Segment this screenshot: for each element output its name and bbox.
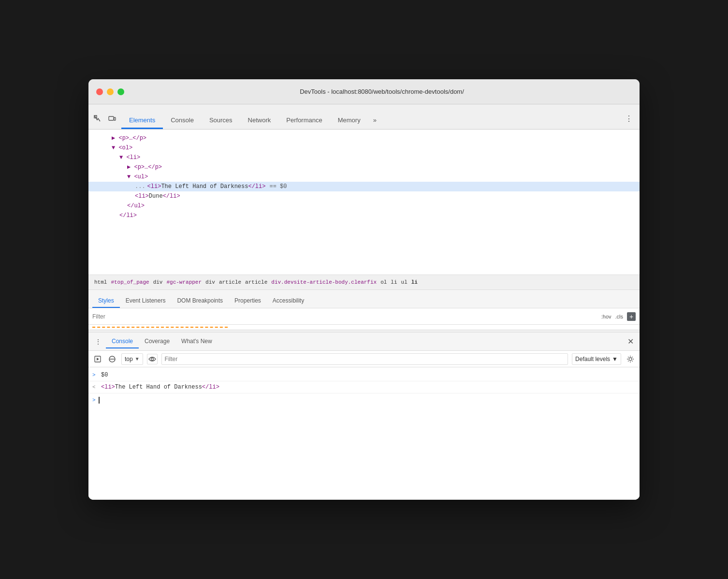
devtools-menu-icon[interactable]: ⋮ — [622, 113, 636, 124]
tab-more[interactable]: » — [368, 113, 381, 129]
breadcrumb-item-div1[interactable]: div — [151, 278, 165, 286]
style-preview-area — [88, 325, 640, 330]
svg-point-7 — [629, 358, 632, 361]
toolbar-icons — [92, 114, 117, 129]
breadcrumb-item-li2[interactable]: li — [409, 278, 420, 286]
dom-line[interactable]: ▼ <ul> — [88, 172, 640, 182]
maximize-button[interactable] — [117, 88, 124, 95]
context-dropdown-arrow: ▼ — [135, 356, 140, 362]
hov-button[interactable]: :hov — [601, 314, 612, 319]
context-value: top — [125, 356, 133, 362]
console-entry-output[interactable]: < <li>The Left Hand of Darkness</li> — [88, 381, 640, 393]
console-settings-button[interactable] — [625, 354, 636, 364]
breadcrumb-item-top_of_page[interactable]: #top_of_page — [109, 278, 151, 286]
tab-event-listeners[interactable]: Event Listeners — [120, 294, 172, 308]
styles-filter-input[interactable] — [92, 313, 601, 320]
console-toolbar: top ▼ Default levels ▼ — [88, 351, 640, 367]
dom-line[interactable]: ▼ <ol> — [88, 143, 640, 153]
console-input-text: $0 — [101, 370, 108, 380]
breadcrumb-item-html[interactable]: html — [92, 278, 109, 286]
breadcrumb-item-div2[interactable]: div — [204, 278, 217, 286]
console-prompt[interactable]: > — [88, 393, 640, 407]
breadcrumb-item-article2[interactable]: article — [243, 278, 269, 286]
styles-tabbar: Styles Event Listeners DOM Breakpoints P… — [88, 290, 640, 308]
tab-memory[interactable]: Memory — [330, 113, 368, 129]
console-cursor — [99, 397, 100, 404]
dom-line[interactable]: ▶ <p>…</p> — [88, 162, 640, 172]
cls-button[interactable]: .cls — [615, 314, 624, 319]
execute-context-button[interactable] — [92, 354, 103, 364]
device-toggle-icon[interactable] — [107, 114, 117, 124]
log-levels-arrow: ▼ — [612, 356, 618, 362]
dom-line-selected[interactable]: ... <li>The Left Hand of Darkness</li> =… — [88, 182, 640, 191]
tab-coverage[interactable]: Coverage — [139, 335, 175, 348]
tabbar-right: ⋮ — [622, 113, 636, 129]
svg-point-6 — [151, 358, 153, 360]
breadcrumb-item-article1[interactable]: article — [217, 278, 243, 286]
tab-console[interactable]: Console — [163, 113, 202, 129]
tab-sources[interactable]: Sources — [202, 113, 240, 129]
console-content: > $0 < <li>The Left Hand of Darkness</li… — [88, 367, 640, 500]
breadcrumb-item-div-clearfix[interactable]: div.devsite-article-body.clearfix — [269, 278, 379, 286]
clear-console-button[interactable] — [107, 354, 117, 364]
console-filter-input[interactable] — [161, 353, 568, 365]
output-chevron: < — [92, 382, 98, 392]
breadcrumb-item-gc-wrapper[interactable]: #gc-wrapper — [164, 278, 204, 286]
filter-bar: :hov .cls + — [88, 308, 640, 325]
titlebar: DevTools - localhost:8080/web/tools/chro… — [88, 79, 640, 104]
devtools-window: DevTools - localhost:8080/web/tools/chro… — [88, 79, 640, 500]
tab-whats-new[interactable]: What's New — [175, 335, 218, 348]
devtools-body: ▶ <p>…</p> ▼ <ol> ▼ <li> ▶ <p>…</p> ▼ <u… — [88, 130, 640, 500]
breadcrumb-item-ol[interactable]: ol — [379, 278, 389, 286]
tab-elements[interactable]: Elements — [121, 113, 163, 129]
dom-line[interactable]: ▼ <li> — [88, 153, 640, 162]
console-output-text: <li>The Left Hand of Darkness</li> — [101, 382, 219, 392]
svg-rect-1 — [109, 116, 114, 120]
console-kebab-icon[interactable]: ⋮ — [92, 336, 104, 347]
breadcrumb-item-li1[interactable]: li — [389, 278, 399, 286]
prompt-chevron: > — [92, 395, 96, 405]
tab-performance[interactable]: Performance — [278, 113, 330, 129]
context-selector[interactable]: top ▼ — [121, 353, 143, 365]
console-entry-input[interactable]: > $0 — [88, 369, 640, 381]
dom-line[interactable]: </ul> — [88, 201, 640, 211]
dashed-separator — [92, 327, 228, 328]
dom-line[interactable]: <li>Dune</li> — [88, 191, 640, 201]
tab-console-drawer[interactable]: Console — [106, 335, 139, 348]
close-button[interactable] — [96, 88, 103, 95]
tab-network[interactable]: Network — [240, 113, 279, 129]
svg-rect-2 — [114, 117, 116, 120]
tab-styles[interactable]: Styles — [92, 294, 120, 308]
add-style-rule-button[interactable]: + — [627, 312, 636, 321]
console-panel: ⋮ Console Coverage What's New ✕ — [88, 333, 640, 500]
show-console-sidebar-button[interactable] — [147, 354, 158, 364]
dom-line[interactable]: ▶ <p>…</p> — [88, 133, 640, 143]
window-title: DevTools - localhost:8080/web/tools/chro… — [132, 88, 632, 95]
tab-properties[interactable]: Properties — [229, 294, 267, 308]
filter-controls: :hov .cls + — [601, 312, 636, 321]
traffic-lights — [96, 88, 124, 95]
console-tabbar: ⋮ Console Coverage What's New ✕ — [88, 333, 640, 351]
log-levels-dropdown[interactable]: Default levels ▼ — [572, 353, 621, 365]
log-levels-label: Default levels — [575, 356, 610, 362]
breadcrumb-bar: html #top_of_page div #gc-wrapper div ar… — [88, 275, 640, 290]
main-tabbar: Elements Console Sources Network Perform… — [88, 104, 640, 130]
inspect-icon[interactable] — [92, 114, 103, 124]
dom-line[interactable]: </li> — [88, 211, 640, 220]
tab-dom-breakpoints[interactable]: DOM Breakpoints — [171, 294, 229, 308]
elements-panel: ▶ <p>…</p> ▼ <ol> ▼ <li> ▶ <p>…</p> ▼ <u… — [88, 130, 640, 275]
input-chevron: > — [92, 370, 98, 380]
minimize-button[interactable] — [107, 88, 114, 95]
breadcrumb-item-ul[interactable]: ul — [399, 278, 409, 286]
tab-accessibility[interactable]: Accessibility — [267, 294, 310, 308]
close-drawer-button[interactable]: ✕ — [626, 335, 636, 348]
